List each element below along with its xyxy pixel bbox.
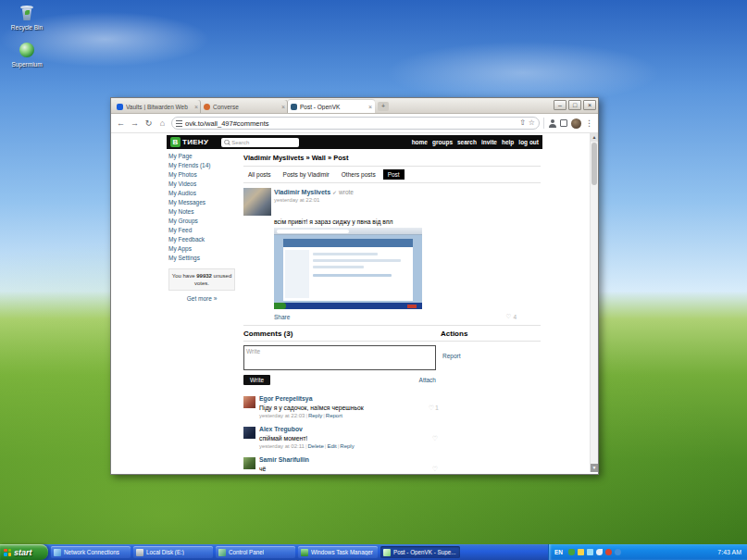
sidebar-item[interactable]: My Feed xyxy=(168,226,235,235)
comment-author-name[interactable]: Alex Tregubov xyxy=(259,426,441,432)
openvk-logo-badge[interactable]: В xyxy=(170,137,181,147)
sidebar-item[interactable]: My Notes xyxy=(168,207,235,217)
tray-security-shield-icon[interactable] xyxy=(568,549,575,555)
browser-tab-bitwarden[interactable]: Vaults | Bitwarden Web × xyxy=(114,100,201,113)
bookmark-star-icon[interactable]: ☆ xyxy=(529,118,535,128)
tray-update-icon[interactable] xyxy=(615,549,621,555)
report-link[interactable]: Report xyxy=(326,413,342,418)
tray-alert-icon[interactable] xyxy=(605,549,612,555)
site-info-icon[interactable] xyxy=(176,120,182,127)
site-search-box[interactable] xyxy=(221,138,299,147)
reload-icon[interactable]: ↻ xyxy=(143,118,154,129)
forward-icon[interactable]: → xyxy=(130,118,140,129)
tray-volume-icon[interactable] xyxy=(596,549,603,555)
sidebar-item[interactable]: My Friends (14) xyxy=(168,161,235,170)
comment-like-button[interactable]: ♡ 1 xyxy=(429,404,439,412)
start-button[interactable]: start xyxy=(0,544,48,560)
post-attachment-photo[interactable] xyxy=(274,228,422,309)
tab-all-posts[interactable]: All posts xyxy=(243,169,276,180)
top-nav-link[interactable]: search xyxy=(457,139,477,145)
back-icon[interactable]: ← xyxy=(116,118,126,129)
window-minimize-button[interactable]: – xyxy=(554,100,566,110)
edit-link[interactable]: Edit xyxy=(327,443,336,449)
post-author-name[interactable]: Vladimir Myslivets xyxy=(274,189,330,195)
search-input[interactable] xyxy=(231,140,296,145)
page-scrollbar[interactable]: ▲ ▼ xyxy=(590,133,598,472)
top-nav-link[interactable]: help xyxy=(502,139,514,145)
sidebar-item[interactable]: My Photos xyxy=(168,170,235,180)
sidebar-item[interactable]: My Page xyxy=(168,152,235,161)
get-more-link[interactable]: Get more » xyxy=(168,295,235,302)
write-comment-button[interactable]: Write xyxy=(243,375,270,385)
sidebar-item[interactable]: My Groups xyxy=(168,217,235,226)
desktop-icon-recycle-bin[interactable]: Recycle Bin xyxy=(6,4,48,31)
sidebar-item[interactable]: My Messages xyxy=(168,198,235,207)
tray-network-icon[interactable] xyxy=(587,549,593,555)
taskbar-button-network-connections[interactable]: Network Connections xyxy=(51,546,131,558)
window-close-button[interactable]: × xyxy=(583,100,596,110)
heart-icon: ♡ xyxy=(506,313,512,320)
sidebar-item[interactable]: My Apps xyxy=(168,244,235,254)
comment-author-name[interactable]: Samir Sharifullin xyxy=(259,456,441,463)
extensions-icon[interactable] xyxy=(560,119,567,127)
tab-close-icon[interactable]: × xyxy=(194,104,198,110)
thumbnail-browser-chrome xyxy=(274,228,422,235)
share-post-link[interactable]: Share xyxy=(274,314,290,320)
browser-avatar[interactable] xyxy=(571,118,581,129)
report-post-link[interactable]: Report xyxy=(442,353,461,359)
comment-input[interactable] xyxy=(243,345,436,370)
reply-link[interactable]: Reply xyxy=(308,413,322,418)
scroll-up-arrow[interactable]: ▲ xyxy=(591,133,598,142)
top-nav-link[interactable]: log out xyxy=(518,139,539,145)
taskbar: start Network Connections Local Disk (E:… xyxy=(0,544,747,560)
window-maximize-button[interactable]: □ xyxy=(568,100,581,110)
browser-tab-converse[interactable]: Converse × xyxy=(201,100,288,113)
attach-link[interactable]: Attach xyxy=(419,377,436,383)
tab-close-icon[interactable]: × xyxy=(281,104,285,110)
top-nav-link[interactable]: invite xyxy=(481,139,497,145)
reply-link[interactable]: Reply xyxy=(340,443,354,449)
scroll-down-arrow[interactable]: ▼ xyxy=(591,464,598,472)
top-nav-link[interactable]: home xyxy=(412,139,428,145)
share-icon[interactable]: ⇧ xyxy=(519,118,526,128)
sidebar-item[interactable]: My Audios xyxy=(168,189,235,198)
browser-menu-icon[interactable]: ⋮ xyxy=(585,118,593,129)
tab-close-icon[interactable]: × xyxy=(368,104,372,110)
browser-tab-openvk-active[interactable]: Post - OpenVK × xyxy=(288,100,375,113)
language-indicator[interactable]: EN xyxy=(554,549,563,555)
home-icon[interactable]: ⌂ xyxy=(157,118,168,129)
openvk-logo-text[interactable]: ТИЕНУ xyxy=(182,138,208,146)
tab-others-posts[interactable]: Others posts xyxy=(337,169,380,180)
tray-messenger-icon[interactable] xyxy=(578,549,584,555)
taskbar-button-openvk-window[interactable]: Post - OpenVK - Supe... xyxy=(380,546,460,558)
profile-icon[interactable] xyxy=(548,119,556,128)
sidebar-item[interactable]: My Settings xyxy=(168,254,235,263)
comment-text: Піду я у садочок, наїмся черешньок xyxy=(259,404,441,411)
sidebar-item[interactable]: My Videos xyxy=(168,180,235,189)
delete-link[interactable]: Delete xyxy=(307,443,323,449)
comment-author-avatar[interactable] xyxy=(243,396,255,408)
comment-like-button[interactable]: ♡ xyxy=(432,466,439,473)
comment-author-avatar[interactable] xyxy=(243,427,255,439)
tab-post-active[interactable]: Post xyxy=(383,169,405,180)
taskbar-button-control-panel[interactable]: Control Panel xyxy=(216,546,295,558)
sidebar-item[interactable]: My Feedback xyxy=(168,235,235,244)
actions-column: Report xyxy=(441,345,461,472)
desktop-icon-supermium[interactable]: Supermium xyxy=(6,41,48,68)
url-text[interactable]: ovk.to/wall_497#comments xyxy=(185,119,517,128)
tab-posts-by-owner[interactable]: Posts by Vladimir xyxy=(279,169,334,180)
tray-clock[interactable]: 7:43 AM xyxy=(717,549,741,555)
taskbar-button-local-disk[interactable]: Local Disk (E:) xyxy=(133,546,213,558)
comment-like-count: 1 xyxy=(435,404,439,411)
taskbar-button-task-manager[interactable]: Windows Task Manager xyxy=(298,546,378,558)
comment-author-name[interactable]: Egor Perepelitsya xyxy=(259,395,441,402)
scrollbar-thumb[interactable] xyxy=(591,143,597,185)
comment-like-button[interactable]: ♡ xyxy=(432,435,439,442)
post-author-avatar[interactable] xyxy=(243,188,271,216)
address-bar[interactable]: ovk.to/wall_497#comments ⇧ ☆ xyxy=(171,117,540,130)
comment-author-avatar[interactable] xyxy=(243,457,255,469)
post-like-button[interactable]: ♡ 4 xyxy=(506,313,517,320)
browser-titlebar: Vaults | Bitwarden Web × Converse × Post… xyxy=(111,98,598,114)
top-nav-link[interactable]: groups xyxy=(432,139,453,145)
new-tab-button[interactable]: + xyxy=(378,102,389,111)
